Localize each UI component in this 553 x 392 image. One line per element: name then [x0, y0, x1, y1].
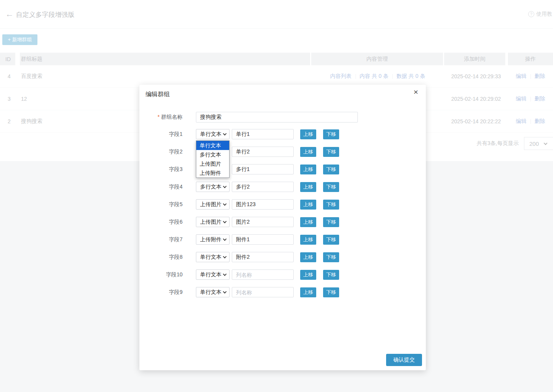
edit-group-form: *群组名称 字段1 单行文本 上移 下移 字段2	[139, 112, 426, 305]
dropdown-option-multi-line[interactable]: 多行文本	[196, 150, 229, 159]
dropdown-option-upload-image[interactable]: 上传图片	[196, 159, 229, 168]
field-type-select[interactable]: 上传图片	[196, 217, 230, 227]
dropdown-option-upload-attachment[interactable]: 上传附件	[196, 168, 229, 177]
field-type-select[interactable]: 单行文本	[196, 252, 230, 262]
move-up-button[interactable]: 上移	[300, 287, 316, 297]
dropdown-option-single-line[interactable]: 单行文本	[196, 141, 229, 150]
move-up-button[interactable]: 上移	[300, 147, 316, 157]
field-label: 字段1	[139, 131, 183, 138]
move-down-button[interactable]: 下移	[323, 200, 339, 210]
group-name-input[interactable]	[196, 112, 358, 123]
move-up-button[interactable]: 上移	[300, 165, 316, 174]
field-type-select[interactable]: 多行文本	[196, 182, 230, 192]
move-down-button[interactable]: 下移	[323, 147, 339, 157]
field-name-input[interactable]	[232, 234, 294, 245]
field-name-input[interactable]	[232, 252, 294, 262]
field-type-select[interactable]: 单行文本	[196, 129, 230, 139]
chevron-down-icon	[223, 237, 227, 241]
field-label: 字段10	[139, 271, 183, 278]
field-type-value: 单行文本	[200, 254, 223, 261]
field-type-value: 上传图片	[200, 219, 223, 226]
close-icon[interactable]: ×	[414, 88, 418, 96]
group-name-row: *群组名称	[139, 112, 426, 123]
field-name-input[interactable]	[232, 164, 294, 174]
field-label: 字段6	[139, 219, 183, 226]
field-row-2: 字段2 上移 下移	[139, 147, 426, 157]
chevron-down-icon	[223, 132, 227, 136]
field-label: 字段2	[139, 148, 183, 155]
field-row-3: 字段3 上移 下移	[139, 164, 426, 174]
move-up-button[interactable]: 上移	[300, 200, 316, 210]
field-row-7: 字段7 上传附件 上移 下移	[139, 234, 426, 245]
chevron-down-icon	[223, 202, 227, 206]
field-row-10: 字段10 单行文本 上移 下移	[139, 269, 426, 280]
field-label: 字段7	[139, 236, 183, 243]
move-up-button[interactable]: 上移	[300, 182, 316, 192]
confirm-submit-button[interactable]: 确认提交	[386, 354, 422, 366]
move-down-button[interactable]: 下移	[323, 182, 339, 192]
group-name-label-text: 群组名称	[161, 114, 183, 120]
field-type-value: 单行文本	[200, 131, 223, 138]
chevron-down-icon	[223, 290, 227, 294]
move-up-button[interactable]: 上移	[300, 217, 316, 227]
modal-title: 编辑群组	[146, 90, 170, 98]
field-name-input[interactable]	[232, 199, 294, 210]
field-type-value: 单行文本	[200, 289, 223, 296]
field-type-value: 上传图片	[200, 201, 223, 208]
chevron-down-icon	[223, 184, 227, 188]
field-row-1: 字段1 单行文本 上移 下移	[139, 129, 426, 139]
field-row-4: 字段4 多行文本 上移 下移	[139, 182, 426, 192]
move-down-button[interactable]: 下移	[323, 129, 339, 139]
field-name-input[interactable]	[232, 129, 294, 139]
field-name-input[interactable]	[232, 147, 294, 157]
field-label: 字段8	[139, 254, 183, 261]
move-down-button[interactable]: 下移	[323, 165, 339, 174]
app-window: ← 自定义多字段增强版 ? 使用教 + 新增群组 ID 群组标题 内容管理 添加…	[0, 0, 553, 392]
field-type-value: 多行文本	[200, 184, 223, 190]
move-down-button[interactable]: 下移	[323, 287, 339, 297]
move-up-button[interactable]: 上移	[300, 235, 316, 245]
field-row-8: 字段8 单行文本 上移 下移	[139, 252, 426, 262]
chevron-down-icon	[223, 255, 227, 258]
chevron-down-icon	[223, 219, 227, 223]
edit-group-modal: 编辑群组 × *群组名称 字段1 单行文本 上移 下移 字段2	[139, 85, 426, 370]
chevron-down-icon	[223, 272, 227, 276]
move-down-button[interactable]: 下移	[323, 217, 339, 227]
field-type-select[interactable]: 上传附件	[196, 234, 230, 245]
field-type-value: 上传附件	[200, 236, 223, 243]
move-up-button[interactable]: 上移	[300, 270, 316, 280]
field-label: 字段3	[139, 166, 183, 173]
field-row-6: 字段6 上传图片 上移 下移	[139, 217, 426, 227]
field-type-select[interactable]: 上传图片	[196, 199, 230, 210]
field-type-value: 单行文本	[200, 271, 223, 278]
move-down-button[interactable]: 下移	[323, 270, 339, 280]
field-name-input[interactable]	[232, 217, 294, 227]
field-name-input[interactable]	[232, 269, 294, 280]
group-name-label: *群组名称	[139, 114, 183, 121]
move-down-button[interactable]: 下移	[323, 235, 339, 245]
move-up-button[interactable]: 上移	[300, 252, 316, 262]
field-label: 字段4	[139, 184, 183, 190]
field-type-dropdown: 单行文本 多行文本 上传图片 上传附件	[196, 140, 230, 178]
field-name-input[interactable]	[232, 182, 294, 192]
field-type-select[interactable]: 单行文本	[196, 287, 230, 297]
required-mark: *	[158, 114, 160, 120]
field-label: 字段9	[139, 289, 183, 296]
field-label: 字段5	[139, 201, 183, 208]
field-row-5: 字段5 上传图片 上移 下移	[139, 199, 426, 210]
move-down-button[interactable]: 下移	[323, 252, 339, 262]
field-type-select[interactable]: 单行文本	[196, 269, 230, 280]
field-row-9: 字段9 单行文本 上移 下移	[139, 287, 426, 297]
field-name-input[interactable]	[232, 287, 294, 297]
move-up-button[interactable]: 上移	[300, 129, 316, 139]
